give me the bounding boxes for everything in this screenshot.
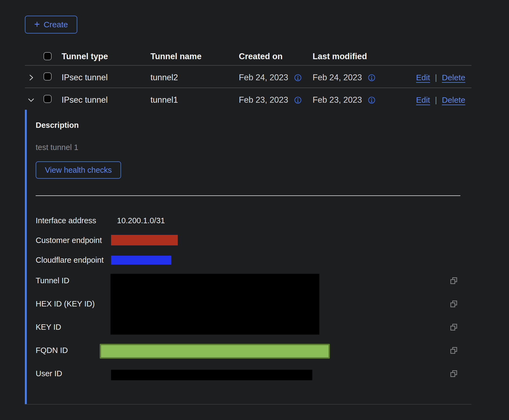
chevron-right-icon [28, 74, 35, 81]
interface-address-label: Interface address [36, 216, 96, 225]
column-header-created-on: Created on [239, 52, 283, 61]
cell-tunnel-type: IPsec tunnel [62, 96, 108, 104]
copy-user-id-button[interactable] [450, 370, 458, 378]
row-divider [25, 88, 471, 88]
actions-separator: | [435, 73, 437, 82]
edit-link[interactable]: Edit [416, 95, 430, 105]
header-divider [25, 65, 471, 66]
tunnels-page: + Create Tunnel type Tunnel name Created… [0, 0, 509, 420]
select-all-checkbox[interactable] [43, 52, 52, 60]
panel-bottom-divider [25, 404, 471, 405]
info-icon[interactable] [368, 96, 375, 104]
copy-icon [450, 277, 458, 285]
cell-last-modified: Feb 24, 2023 [313, 73, 362, 82]
column-header-tunnel-type: Tunnel type [62, 52, 108, 61]
edit-link[interactable]: Edit [416, 73, 430, 82]
delete-link[interactable]: Delete [442, 73, 466, 82]
user-id-label: User ID [36, 369, 62, 378]
expand-row-button[interactable] [28, 74, 35, 81]
view-health-checks-button[interactable]: View health checks [36, 161, 121, 179]
section-divider [36, 195, 460, 196]
cell-tunnel-type: IPsec tunnel [62, 73, 108, 82]
plus-icon: + [34, 19, 40, 29]
info-icon[interactable] [294, 96, 302, 104]
info-icon[interactable] [368, 74, 375, 81]
cell-tunnel-name: tunnel1 [150, 96, 178, 104]
row-checkbox[interactable] [43, 95, 52, 103]
cell-last-modified: Feb 23, 2023 [313, 96, 362, 104]
copy-hex-id-button[interactable] [450, 300, 458, 308]
panel-accent-bar [25, 110, 27, 404]
view-health-checks-label: View health checks [45, 166, 112, 175]
actions-separator: | [435, 95, 437, 105]
chevron-down-icon [28, 97, 35, 104]
create-button[interactable]: + Create [25, 16, 77, 34]
redacted-user-id-value [111, 370, 312, 380]
copy-icon [450, 324, 458, 331]
delete-link[interactable]: Delete [442, 95, 466, 105]
cell-created-on: Feb 24, 2023 [239, 73, 288, 82]
redacted-fqdn-id-value [100, 344, 330, 359]
copy-tunnel-id-button[interactable] [450, 277, 458, 285]
copy-fqdn-id-button[interactable] [450, 347, 458, 354]
column-header-last-modified: Last modified [313, 52, 367, 61]
cell-tunnel-name: tunnel2 [150, 73, 178, 82]
redacted-cloudflare-endpoint-value [111, 256, 171, 265]
copy-key-id-button[interactable] [450, 324, 458, 331]
cell-created-on: Feb 23, 2023 [239, 96, 288, 104]
copy-icon [450, 370, 458, 378]
cloudflare-endpoint-label: Cloudflare endpoint [36, 255, 104, 265]
create-button-label: Create [43, 20, 68, 29]
redacted-ids-value [110, 274, 319, 335]
description-heading: Description [36, 121, 79, 130]
row-checkbox[interactable] [43, 72, 52, 81]
customer-endpoint-label: Customer endpoint [36, 236, 102, 245]
copy-icon [450, 300, 458, 308]
info-icon[interactable] [294, 74, 302, 81]
fqdn-id-label: FQDN ID [36, 346, 68, 355]
column-header-tunnel-name: Tunnel name [150, 52, 202, 61]
description-text: test tunnel 1 [36, 143, 78, 152]
copy-icon [450, 347, 458, 354]
hex-id-label: HEX ID (KEY ID) [36, 299, 95, 308]
redacted-customer-endpoint-value [111, 235, 178, 245]
collapse-row-button[interactable] [28, 97, 35, 104]
interface-address-value: 10.200.1.0/31 [117, 216, 165, 225]
tunnel-id-label: Tunnel ID [36, 276, 69, 285]
key-id-label: KEY ID [36, 322, 61, 332]
